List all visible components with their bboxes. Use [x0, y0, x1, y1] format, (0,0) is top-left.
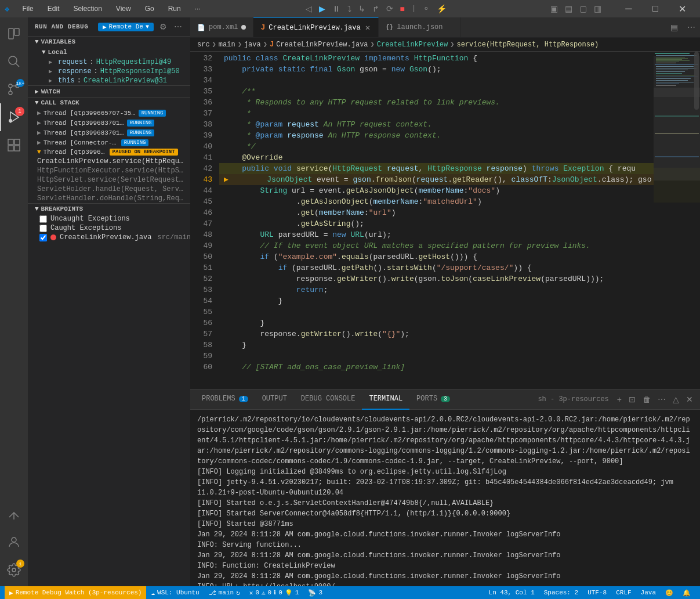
- frame-2[interactable]: HttpServlet.service(ServletRequest,S: [28, 175, 190, 185]
- tab-pom[interactable]: 📄 pom.xml: [190, 17, 253, 38]
- terminal-maximize-btn[interactable]: △: [670, 394, 681, 405]
- frame-1[interactable]: HttpFunctionExecutor.service(HttpSer: [28, 166, 190, 175]
- status-errors[interactable]: ✕ 0 ⚠ 0 ℹ 0 💡 1: [245, 586, 304, 599]
- status-feedback[interactable]: 😊: [661, 586, 678, 599]
- menu-run[interactable]: Run: [165, 3, 184, 14]
- frame-4[interactable]: ServletHandler.doHandle(String,Reque: [28, 194, 190, 203]
- debug-stepout-btn[interactable]: ↱: [370, 3, 382, 15]
- menu-more[interactable]: ···: [191, 3, 204, 14]
- debug-restart-btn[interactable]: ⟳: [384, 3, 396, 15]
- activity-accounts[interactable]: [0, 528, 28, 556]
- status-bell[interactable]: 🔔: [678, 586, 695, 599]
- terminal-add-btn[interactable]: +: [615, 394, 624, 405]
- bp-uncaught-checkbox[interactable]: [39, 215, 47, 223]
- menu-view[interactable]: View: [113, 3, 135, 14]
- terminal-trash-btn[interactable]: 🗑: [640, 394, 653, 405]
- split-editor-right-btn[interactable]: ▤: [666, 23, 683, 32]
- activity-explorer[interactable]: [0, 20, 28, 48]
- bp-file-checkbox[interactable]: [39, 234, 47, 241]
- watch-header[interactable]: ▶ WATCH: [28, 86, 190, 97]
- editor-more-btn[interactable]: ⋯: [683, 23, 700, 32]
- spaces-label: Spaces: 2: [544, 589, 578, 596]
- bp-caught[interactable]: Caught Exceptions: [28, 223, 190, 233]
- maximize-btn[interactable]: □: [642, 0, 669, 17]
- debug-back-btn[interactable]: ◁: [303, 3, 314, 15]
- callstack-header[interactable]: ▼ CALL STACK: [28, 98, 190, 108]
- debug-status[interactable]: ▶ Remote Debug Watch (3p-resources): [5, 586, 146, 599]
- status-language[interactable]: Java: [636, 586, 661, 599]
- close-btn[interactable]: ✕: [669, 0, 695, 17]
- settings-btn[interactable]: ⚙: [158, 21, 168, 33]
- tab-output[interactable]: OUTPUT: [255, 389, 294, 410]
- local-header[interactable]: ▼ Local: [28, 47, 190, 57]
- code-content[interactable]: public class CreateLinkPreview implement…: [219, 52, 654, 389]
- var-response[interactable]: ▶ response : HttpResponseImpl@50: [28, 67, 190, 76]
- debug-stepover-btn[interactable]: ⤵: [345, 3, 354, 15]
- menu-edit[interactable]: Edit: [44, 3, 63, 14]
- thread-3[interactable]: ▶ Thread [qtp399683701-35] RUNNING: [28, 128, 190, 138]
- terminal-split-btn[interactable]: ⊡: [626, 394, 638, 405]
- terminal-more-btn[interactable]: ⋯: [655, 394, 668, 405]
- activity-run-debug[interactable]: 1: [0, 103, 28, 131]
- thread-4[interactable]: ▶ Thread [Connector-Scheduler-... RUNNIN…: [28, 138, 190, 147]
- frame-3[interactable]: ServletHolder.handle(Request, Servlet: [28, 185, 190, 194]
- tab-problems[interactable]: PROBLEMS 1: [195, 389, 255, 410]
- more-btn[interactable]: ⋯: [173, 21, 183, 33]
- status-ports[interactable]: 📡 3: [303, 586, 327, 599]
- thread-2[interactable]: ▶ Thread [qtp399683701-34-acce... RUNNIN…: [28, 118, 190, 128]
- bc-java[interactable]: java: [244, 41, 261, 49]
- split-editor-btn[interactable]: ▤: [563, 3, 575, 15]
- tab-create-close[interactable]: ✕: [364, 23, 371, 33]
- callstack-label: CALL STACK: [41, 99, 79, 106]
- status-position[interactable]: Ln 43, Col 1: [484, 586, 539, 599]
- tab-create[interactable]: J CreateLinkPreview.java ✕: [253, 17, 379, 38]
- debug-flash-btn[interactable]: ⚡: [434, 3, 449, 15]
- status-encoding[interactable]: UTF-8: [583, 586, 611, 599]
- bp-uncaught[interactable]: Uncaught Exceptions: [28, 214, 190, 223]
- bc-src[interactable]: src: [197, 41, 210, 49]
- panel-toggle-btn[interactable]: ▢: [577, 3, 589, 15]
- variables-header[interactable]: ▼ VARIABLES: [28, 37, 190, 47]
- terminal-close-btn[interactable]: ✕: [684, 394, 695, 405]
- status-wsl[interactable]: ☁ WSL: Ubuntu: [146, 586, 204, 599]
- bc-main[interactable]: main: [219, 41, 235, 49]
- bc-file[interactable]: J CreateLinkPreview.java: [270, 41, 368, 49]
- activity-extensions[interactable]: [0, 131, 28, 159]
- bc-class[interactable]: CreateLinkPreview: [377, 41, 448, 49]
- activity-remote[interactable]: [0, 500, 28, 528]
- menu-go[interactable]: Go: [142, 3, 158, 14]
- tab-debug-console[interactable]: DEBUG CONSOLE: [294, 389, 362, 410]
- debug-pause-btn[interactable]: ⏸: [330, 3, 343, 15]
- debug-stop-btn[interactable]: ■: [398, 3, 407, 15]
- status-spaces[interactable]: Spaces: 2: [539, 586, 583, 599]
- tab-terminal[interactable]: TERMINAL: [362, 389, 409, 410]
- editor-layout-btn[interactable]: ▣: [548, 3, 560, 15]
- var-this[interactable]: ▶ this : CreateLinkPreview@31: [28, 76, 190, 85]
- frame-0[interactable]: CreateLinkPreview.service(HttpReques: [28, 157, 190, 166]
- tab-launch[interactable]: {} launch.json ✕: [379, 17, 461, 38]
- thread-5-paused[interactable]: ▼ Thread [qtp39968... PAUSED ON BREAKPOI…: [28, 147, 190, 157]
- customize-layout-btn[interactable]: ▥: [592, 3, 604, 15]
- thread-1[interactable]: ▶ Thread [qtp399665707-35 acci... RUNNIN…: [28, 108, 190, 118]
- tab-ports[interactable]: PORTS 3: [409, 389, 457, 410]
- terminal-content[interactable]: /pierrick/.m2/repository/io/cloudevents/…: [190, 410, 700, 586]
- debug-branch-btn[interactable]: ⚬: [420, 3, 432, 15]
- activity-settings[interactable]: 1: [0, 556, 28, 584]
- debug-stepin-btn[interactable]: ↳: [356, 3, 368, 15]
- menu-file[interactable]: File: [19, 3, 37, 14]
- status-branch[interactable]: ⎇ main ↻: [204, 586, 245, 599]
- minimize-btn[interactable]: ─: [615, 0, 642, 17]
- activity-source-control[interactable]: 1k+: [0, 75, 28, 103]
- run-debug-btn[interactable]: ▶ Remote De ▼: [98, 23, 154, 31]
- code-line-56: }: [219, 317, 654, 329]
- breakpoints-header[interactable]: ▼ BREAKPOINTS: [28, 204, 190, 214]
- bp-file[interactable]: CreateLinkPreview.java src/main/java 43: [28, 233, 190, 242]
- code-line-55: [219, 306, 654, 317]
- activity-search[interactable]: [0, 48, 28, 75]
- menu-selection[interactable]: Selection: [70, 3, 105, 14]
- status-eol[interactable]: CRLF: [611, 586, 636, 599]
- debug-continue-btn[interactable]: ▶: [317, 3, 328, 15]
- bp-caught-checkbox[interactable]: [39, 225, 47, 232]
- bc-method[interactable]: service(HttpRequest, HttpResponse): [456, 41, 599, 49]
- var-request[interactable]: ▶ request : HttpRequestImpl@49: [28, 57, 190, 67]
